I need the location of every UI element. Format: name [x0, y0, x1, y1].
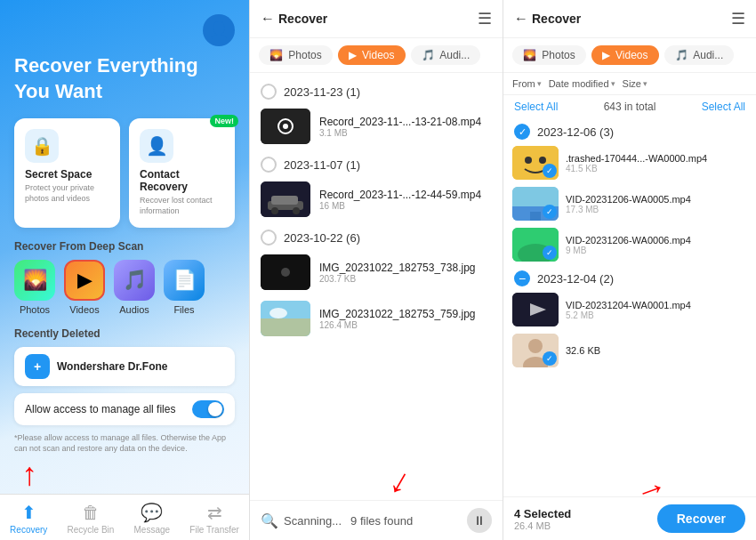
right-file-size-4: 5.2 MB [566, 310, 747, 320]
recover-button[interactable]: Recover [657, 504, 745, 533]
filter-date-chevron: ▾ [611, 79, 615, 88]
check-overlay-2: ✓ [543, 205, 557, 219]
tab-audio-middle[interactable]: 🎵 Audi... [411, 45, 481, 65]
right-photos-icon: 🌄 [523, 49, 536, 61]
right-file-name-3: VID-20231206-WA0006.mp4 [566, 235, 747, 246]
right-file-item-3[interactable]: ✓ VID-20231206-WA0006.mp4 9 MB [503, 224, 756, 265]
middle-tabs-row: 🌄 Photos ▶ Videos 🎵 Audi... [250, 38, 503, 73]
tab-videos-middle[interactable]: ▶ Videos [338, 45, 406, 65]
svg-rect-18 [530, 212, 541, 221]
scan-videos[interactable]: ▶ Videos [64, 260, 105, 315]
file-size-2: 16 MB [319, 201, 492, 211]
tab-videos-right[interactable]: ▶ Videos [591, 45, 659, 65]
right-file-info-3: VID-20231206-WA0006.mp4 9 MB [566, 235, 747, 255]
file-item-4[interactable]: IMG_20231022_182753_759.jpg 126.4 MB [250, 295, 503, 342]
right-file-item-4[interactable]: VID-20231204-WA0001.mp4 5.2 MB [503, 289, 756, 330]
tab-photos-right[interactable]: 🌄 Photos [512, 45, 586, 65]
right-file-name-5: 32.6 KB [566, 345, 747, 356]
filter-size-chevron: ▾ [643, 79, 647, 88]
right-file-name-1: .trashed-170444...-WA0000.mp4 [566, 153, 747, 164]
file-size-3: 203.7 KB [319, 274, 492, 284]
file-info-4: IMG_20231022_182753_759.jpg 126.4 MB [319, 308, 492, 330]
tab-audio-right[interactable]: 🎵 Audi... [664, 45, 735, 65]
scan-audios[interactable]: 🎵 Audios [114, 260, 155, 315]
scanning-text: Scanning... [284, 514, 342, 528]
file-size-1: 3.1 MB [319, 128, 492, 138]
svg-point-24 [528, 339, 543, 353]
photos-tab-icon: 🌄 [269, 49, 283, 61]
filter-from-label: From [512, 78, 535, 89]
bottom-nav: ⬆ Recovery 🗑 Recycle Bin 💬 Message ⇄ Fil… [0, 494, 249, 540]
right-file-name-4: VID-20231204-WA0001.mp4 [566, 300, 747, 310]
right-file-name-2: VID-20231206-WA0005.mp4 [566, 194, 747, 205]
nav-recovery[interactable]: ⬆ Recovery [10, 502, 47, 535]
recycle-bin-label: Recycle Bin [68, 525, 115, 535]
file-item-1[interactable]: Record_2023-11-...-13-21-08.mp4 3.1 MB [250, 103, 503, 149]
right-menu-icon[interactable]: ☰ [731, 9, 745, 28]
date-label-3: 2023-10-22 (6) [284, 231, 360, 245]
middle-menu-icon[interactable]: ☰ [478, 9, 492, 28]
minus-circle-2[interactable]: − [514, 270, 530, 286]
nav-message[interactable]: 💬 Message [134, 502, 171, 535]
right-date-label-2: 2023-12-04 (2) [537, 272, 614, 286]
radio-3[interactable] [261, 230, 277, 246]
photos-icon: 🌄 [14, 260, 55, 301]
pause-button[interactable]: ⏸ [467, 508, 492, 533]
right-thumb-5: ✓ [512, 334, 559, 367]
scan-photos[interactable]: 🌄 Photos [14, 260, 55, 315]
svg-rect-5 [271, 196, 298, 205]
right-file-item-5[interactable]: ✓ 32.6 KB [503, 330, 756, 371]
dr-fone-icon: + [25, 354, 50, 379]
file-name-1: Record_2023-11-...-13-21-08.mp4 [319, 116, 492, 128]
file-item-3[interactable]: IMG_20231022_182753_738.jpg 203.7 KB [250, 249, 503, 295]
right-thumb-1: ✓ [512, 146, 559, 180]
recently-deleted-label: Recently Deleted [14, 327, 235, 340]
filter-row: From ▾ Date modified ▾ Size ▾ [503, 73, 756, 95]
middle-back-button[interactable]: ← Recover [261, 11, 327, 27]
filter-date-modified[interactable]: Date modified ▾ [549, 78, 615, 89]
new-badge: New! [210, 115, 238, 127]
svg-point-15 [539, 157, 546, 164]
file-info-3: IMG_20231022_182753_738.jpg 203.7 KB [319, 262, 492, 284]
videos-tab-label: Videos [362, 49, 394, 61]
right-back-button[interactable]: ← Recover [514, 11, 581, 27]
select-all-button-right[interactable]: Select All [702, 101, 745, 113]
right-file-item-1[interactable]: ✓ .trashed-170444...-WA0000.mp4 41.5 KB [503, 142, 756, 183]
avatar[interactable]: 👤 [203, 14, 235, 46]
radio-2[interactable] [261, 157, 277, 173]
select-all-button[interactable]: Select All [514, 101, 558, 113]
tab-photos-middle[interactable]: 🌄 Photos [259, 45, 333, 65]
check-circle-1[interactable]: ✓ [514, 124, 530, 140]
filter-from-chevron: ▾ [537, 79, 542, 88]
radio-1[interactable] [261, 84, 277, 100]
filter-from[interactable]: From ▾ [512, 78, 542, 89]
allow-access-toggle[interactable] [192, 400, 224, 418]
search-icon: 🔍 [261, 512, 278, 529]
contact-icon: 👤 [140, 129, 173, 163]
right-title: Recover [532, 12, 581, 26]
filter-size[interactable]: Size ▾ [623, 78, 647, 89]
svg-point-6 [271, 207, 278, 214]
scan-section-label: Recover From Deep Scan [14, 240, 235, 253]
date-group-header-2: 2023-11-07 (1) [250, 149, 503, 176]
right-date-header-2: − 2023-12-04 (2) [503, 265, 756, 289]
top-bar: 👤 [14, 14, 235, 46]
file-size-4: 126.4 MB [319, 320, 492, 330]
file-item-2[interactable]: Record_2023-11-...-12-44-59.mp4 16 MB [250, 176, 503, 222]
right-file-size-2: 17.3 MB [566, 205, 747, 214]
feature-card-secret-space[interactable]: 🔒 Secret Space Protect your private phot… [14, 118, 120, 227]
filter-date-label: Date modified [549, 78, 609, 89]
feature-card-contact-recovery[interactable]: New! 👤 Contact Recovery Recover lost con… [129, 118, 235, 227]
date-group-header-1: 2023-11-23 (1) [250, 77, 503, 103]
videos-label: Videos [69, 304, 99, 315]
nav-recycle-bin[interactable]: 🗑 Recycle Bin [68, 503, 115, 535]
dr-fone-name: Wondershare Dr.Fone [57, 360, 167, 373]
nav-file-transfer[interactable]: ⇄ File Transfer [189, 502, 239, 535]
audio-tab-icon: 🎵 [422, 49, 435, 61]
file-name-3: IMG_20231022_182753_738.jpg [319, 262, 492, 274]
right-file-item-2[interactable]: ✓ VID-20231206-WA0005.mp4 17.3 MB [503, 183, 756, 224]
right-thumb-3: ✓ [512, 228, 559, 262]
scan-files[interactable]: 📄 Files [164, 260, 205, 315]
file-info-2: Record_2023-11-...-12-44-59.mp4 16 MB [319, 189, 492, 211]
right-file-size-3: 9 MB [566, 246, 747, 255]
